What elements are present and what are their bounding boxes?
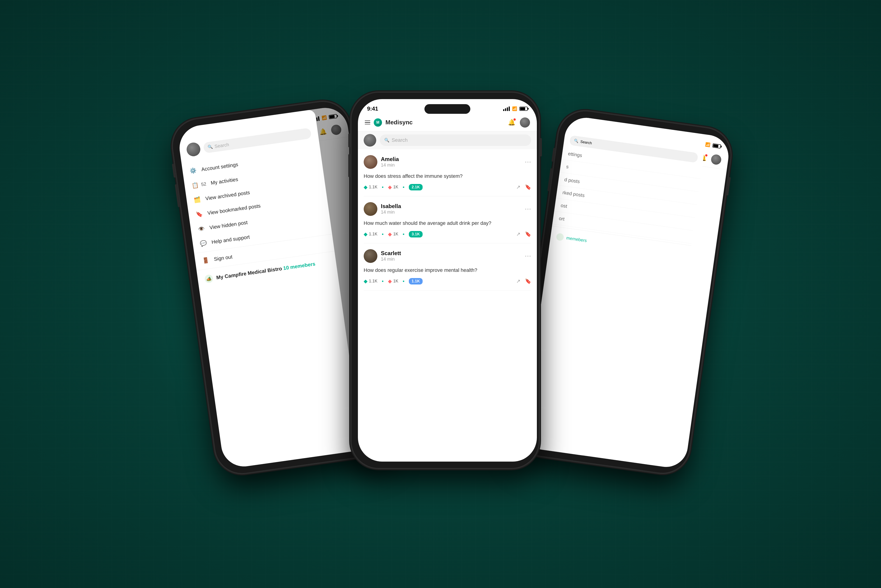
post-avatar-scarlett[interactable] xyxy=(364,249,377,263)
post-content-scarlett: How does regular exercise improve mental… xyxy=(364,266,531,274)
search-icon-center: 🔍 xyxy=(384,138,389,143)
upvote-amelia[interactable]: ◆ 1.1K xyxy=(364,184,377,190)
sign-out-label: Sign out xyxy=(214,254,233,262)
drawer-search-icon: 🔍 xyxy=(207,144,213,150)
upvote-count-isabella: 1.1K xyxy=(369,232,377,237)
post-avatar-isabella[interactable] xyxy=(364,202,377,216)
wifi-right: 📶 xyxy=(705,141,711,147)
partial-community-text: memebers xyxy=(566,236,587,243)
center-search-bar[interactable]: 🔍 Search xyxy=(380,135,531,146)
search-text-center: Search xyxy=(392,137,408,143)
post-card-scarlett: Scarlett 14 min ⋯ How does regular exerc… xyxy=(364,243,531,291)
feed-content: Amelia 14 min ⋯ How does stress affect t… xyxy=(358,149,537,291)
downvote-amelia[interactable]: ◆ 1K xyxy=(388,184,398,190)
drawer-menu: ⚙️ Account settings 📋 52 My activities 🗂… xyxy=(182,143,338,291)
bookmark-icon-isabella[interactable]: 🔖 xyxy=(525,231,531,237)
post-actions-amelia: ◆ 1.1K ◆ 1K 2.1K ↗ 🔖 xyxy=(364,184,531,190)
post-card-isabella: Isabella 14 min ⋯ How much water should … xyxy=(364,196,531,243)
post-more-scarlett[interactable]: ⋯ xyxy=(525,252,531,260)
username-isabella: Isabella xyxy=(381,203,401,210)
post-meta-isabella: Isabella 14 min xyxy=(381,203,401,215)
upvote-icon-amelia: ◆ xyxy=(364,184,368,190)
dot-sep-4 xyxy=(403,234,404,235)
downvote-count-scarlett: 1K xyxy=(393,279,398,284)
avatar-right[interactable] xyxy=(710,154,722,165)
partial-members: memebers xyxy=(566,236,587,243)
downvote-scarlett[interactable]: ◆ 1K xyxy=(388,278,398,284)
upvote-scarlett[interactable]: ◆ 1.1K xyxy=(364,278,377,284)
view-hidden-label: View hidden post xyxy=(209,219,248,231)
post-header-scarlett: Scarlett 14 min ⋯ xyxy=(364,249,531,263)
post-content-isabella: How much water should the average adult … xyxy=(364,219,531,227)
downvote-icon-amelia: ◆ xyxy=(388,184,392,190)
app-title-center: Medisync xyxy=(386,119,504,126)
downvote-isabella[interactable]: ◆ 1K xyxy=(388,231,398,237)
post-header-isabella: Isabella 14 min ⋯ xyxy=(364,202,531,216)
downvote-count-isabella: 1K xyxy=(393,232,398,237)
post-content-amelia: How does stress affect the immune system… xyxy=(364,172,531,180)
header-actions-center: 🔔 xyxy=(508,117,530,128)
dynamic-island-center xyxy=(425,104,470,114)
community-icon: 🏕️ xyxy=(204,274,214,284)
center-side-button-power xyxy=(540,138,542,156)
phone-center: 9:41 📶 xyxy=(351,92,539,468)
username-scarlett: Scarlett xyxy=(381,250,401,256)
bell-icon-center[interactable]: 🔔 xyxy=(508,119,515,126)
comment-badge-scarlett[interactable]: 1.1K xyxy=(409,278,423,285)
bell-badge-right xyxy=(705,153,708,157)
community-members: 10 memebers xyxy=(283,261,316,271)
upvote-isabella[interactable]: ◆ 1.1K xyxy=(364,231,377,237)
bookmark-icon-amelia[interactable]: 🔖 xyxy=(525,184,531,190)
gear-icon: ⚙️ xyxy=(189,167,197,174)
comment-badge-isabella[interactable]: 3.1K xyxy=(409,231,423,237)
post-meta-scarlett: Scarlett 14 min xyxy=(381,250,401,262)
activities-count: 52 xyxy=(201,181,207,187)
share-icon-amelia[interactable]: ↗ xyxy=(516,184,520,190)
partial-search-text: Search xyxy=(580,139,592,145)
post-time-scarlett: 14 min xyxy=(381,256,401,262)
phone-center-screen: 9:41 📶 xyxy=(358,99,537,462)
comment-badge-amelia[interactable]: 2.1K xyxy=(409,184,423,190)
drawer-avatar xyxy=(186,141,201,157)
dot-sep-5 xyxy=(382,280,383,282)
share-icon-isabella[interactable]: ↗ xyxy=(516,231,520,237)
avatar-center[interactable] xyxy=(520,117,530,128)
menu-icon-center[interactable] xyxy=(365,120,370,124)
post-more-amelia[interactable]: ⋯ xyxy=(525,158,531,166)
partial-drawer: 🔍 Search ettings s d posts rked posts os… xyxy=(521,115,707,466)
center-search-avatar xyxy=(364,134,376,147)
side-button-volume xyxy=(175,184,180,207)
partial-search-icon: 🔍 xyxy=(574,138,579,143)
username-amelia: Amelia xyxy=(381,156,399,162)
phone-right-screen: 9:41 📶 disync xyxy=(521,115,731,470)
share-icon-scarlett[interactable]: ↗ xyxy=(516,278,520,284)
my-activities-label: My activities xyxy=(210,176,239,186)
status-icons-center: 📶 xyxy=(503,106,528,111)
drawer-search-text: Search xyxy=(214,142,230,149)
archive-icon: 🗂️ xyxy=(193,196,201,203)
right-side-button-power xyxy=(726,177,731,195)
phone-right: 9:41 📶 disync xyxy=(513,107,734,477)
dot-sep-1 xyxy=(382,186,383,188)
downvote-count-amelia: 1K xyxy=(393,184,398,189)
help-support-label: Help and support xyxy=(211,234,250,245)
time-center: 9:41 xyxy=(367,105,378,112)
post-avatar-amelia[interactable] xyxy=(364,155,377,169)
bookmark-icon-scarlett[interactable]: 🔖 xyxy=(525,278,531,284)
center-side-button-mute xyxy=(348,134,350,147)
phones-container: 9:41 📶 xyxy=(165,65,716,524)
right-side-button-volume xyxy=(547,168,552,191)
upvote-count-scarlett: 1.1K xyxy=(369,279,377,284)
eye-icon: 👁️ xyxy=(197,225,206,232)
view-archived-label: View archived posts xyxy=(205,189,250,201)
post-more-isabella[interactable]: ⋯ xyxy=(525,205,531,213)
post-time-amelia: 14 min xyxy=(381,162,399,168)
side-button-mute xyxy=(172,164,176,178)
app-logo-center: M xyxy=(374,118,382,127)
dot-sep-6 xyxy=(403,280,404,282)
downvote-icon-isabella: ◆ xyxy=(388,231,392,237)
activities-icon: 📋 xyxy=(191,182,200,189)
post-user-isabella: Isabella 14 min xyxy=(364,202,401,216)
center-search-row: 🔍 Search xyxy=(358,131,537,149)
upvote-icon-isabella: ◆ xyxy=(364,231,368,237)
